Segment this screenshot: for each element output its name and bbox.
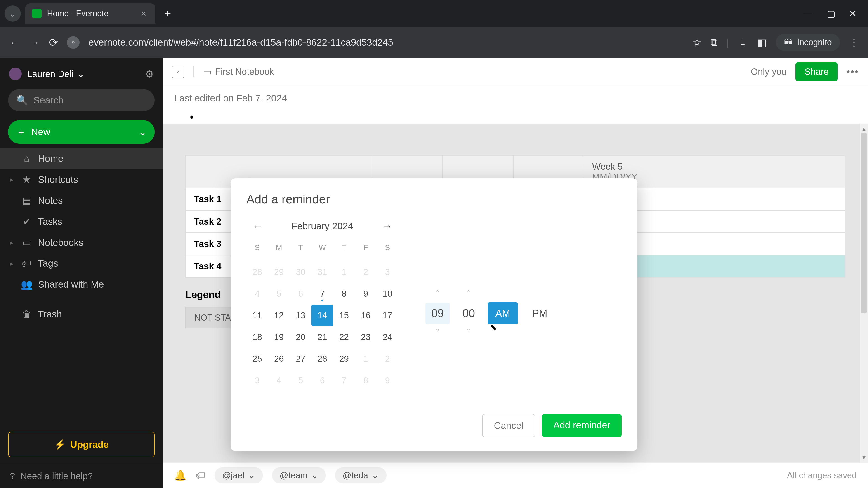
account-menu[interactable]: Lauren Deli⌄ ⚙ bbox=[0, 63, 163, 85]
calendar-day[interactable]: 7 bbox=[333, 369, 355, 391]
reminder-bell-icon[interactable]: 🔔 bbox=[174, 469, 186, 481]
calendar-day[interactable]: 15 bbox=[333, 304, 355, 326]
calendar-day[interactable]: 5 bbox=[268, 283, 290, 304]
settings-gear-icon[interactable]: ⚙ bbox=[145, 68, 154, 80]
calendar-day[interactable]: 31 bbox=[311, 261, 333, 283]
calendar-day[interactable]: 14 bbox=[311, 304, 333, 326]
add-tag-icon[interactable]: 🏷 bbox=[195, 470, 206, 481]
am-button[interactable]: AM bbox=[488, 302, 518, 324]
calendar-day[interactable]: 24 bbox=[377, 326, 398, 348]
scroll-down-icon[interactable]: ▾ bbox=[860, 454, 868, 461]
hour-down-icon[interactable]: ˅ bbox=[436, 328, 440, 337]
calendar-day[interactable]: 17 bbox=[377, 304, 398, 326]
add-reminder-button[interactable]: Add reminder bbox=[542, 414, 622, 437]
calendar-day[interactable]: 6 bbox=[290, 283, 311, 304]
extensions-icon[interactable]: ⧉ bbox=[710, 37, 717, 48]
visibility-label[interactable]: Only you bbox=[751, 67, 786, 77]
share-button[interactable]: Share bbox=[796, 62, 838, 81]
hour-up-icon[interactable]: ˄ bbox=[436, 289, 440, 298]
calendar-day[interactable]: 9 bbox=[377, 369, 398, 391]
browser-menu-icon[interactable]: ⋮ bbox=[849, 37, 859, 48]
calendar-day[interactable]: 18 bbox=[246, 326, 268, 348]
reload-button[interactable]: ⟳ bbox=[49, 36, 58, 49]
sidebar-item-shared[interactable]: 👥Shared with Me bbox=[0, 274, 163, 295]
close-tab-icon[interactable]: × bbox=[141, 8, 146, 19]
expand-icon[interactable]: ▸ bbox=[10, 238, 16, 247]
prev-month-button[interactable]: ← bbox=[251, 220, 265, 233]
calendar-day[interactable]: 10 bbox=[377, 283, 398, 304]
notebook-link[interactable]: ▭ First Notebook bbox=[203, 67, 274, 77]
calendar-day[interactable]: 11 bbox=[246, 304, 268, 326]
calendar-day[interactable]: 26 bbox=[268, 348, 290, 369]
browser-tab[interactable]: Home - Evernote × bbox=[25, 3, 155, 24]
sidebar-item-notes[interactable]: ▤Notes bbox=[0, 190, 163, 211]
upgrade-button[interactable]: ⚡ Upgrade bbox=[8, 432, 155, 457]
calendar-day[interactable]: 9 bbox=[355, 283, 377, 304]
calendar-day[interactable]: 8 bbox=[355, 369, 377, 391]
hour-value[interactable]: 09 bbox=[426, 303, 450, 324]
minute-value[interactable]: 00 bbox=[457, 303, 481, 324]
expand-icon[interactable]: ▸ bbox=[10, 175, 16, 184]
maximize-icon[interactable]: ▢ bbox=[827, 8, 835, 19]
calendar-day[interactable]: 2 bbox=[355, 261, 377, 283]
calendar-day[interactable]: 29 bbox=[333, 348, 355, 369]
sidebar-item-home[interactable]: ⌂Home bbox=[0, 148, 163, 169]
calendar-day[interactable]: 4 bbox=[246, 283, 268, 304]
calendar-day[interactable]: 23 bbox=[355, 326, 377, 348]
scrollbar-thumb[interactable] bbox=[861, 133, 867, 313]
expand-icon[interactable]: ▸ bbox=[10, 260, 16, 267]
pm-button[interactable]: PM bbox=[525, 302, 555, 324]
mention-chip[interactable]: @jael⌄ bbox=[215, 467, 263, 484]
help-button[interactable]: ? Need a little help? bbox=[0, 464, 163, 488]
calendar-day[interactable]: 2 bbox=[377, 348, 398, 369]
new-button[interactable]: ＋ New ⌄ bbox=[8, 120, 155, 144]
bookmark-star-icon[interactable]: ☆ bbox=[692, 37, 702, 48]
calendar-day[interactable]: 8 bbox=[333, 283, 355, 304]
calendar-day[interactable]: 16 bbox=[355, 304, 377, 326]
forward-button[interactable]: → bbox=[29, 36, 40, 48]
url-text[interactable]: evernote.com/client/web#/note/f11f216a-d… bbox=[89, 37, 684, 48]
sidepanel-icon[interactable]: ◧ bbox=[757, 37, 767, 48]
mention-chip[interactable]: @team⌄ bbox=[272, 467, 326, 484]
calendar-day[interactable]: 28 bbox=[311, 348, 333, 369]
next-month-button[interactable]: → bbox=[380, 220, 394, 233]
cancel-button[interactable]: Cancel bbox=[482, 414, 535, 437]
back-button[interactable]: ← bbox=[9, 36, 20, 48]
calendar-day[interactable]: 30 bbox=[290, 261, 311, 283]
calendar-day[interactable]: 4 bbox=[268, 369, 290, 391]
calendar-day[interactable]: 19 bbox=[268, 326, 290, 348]
minute-up-icon[interactable]: ˄ bbox=[467, 289, 471, 298]
search-input[interactable]: 🔍 Search bbox=[8, 89, 155, 111]
more-menu-icon[interactable]: ••• bbox=[847, 67, 859, 77]
calendar-day[interactable]: 22 bbox=[333, 326, 355, 348]
downloads-icon[interactable]: ⭳ bbox=[738, 37, 748, 48]
expand-note-button[interactable]: ⤢ bbox=[172, 66, 184, 78]
minute-down-icon[interactable]: ˅ bbox=[467, 328, 471, 337]
calendar-day[interactable]: 1 bbox=[333, 261, 355, 283]
tab-search-button[interactable]: ⌄ bbox=[4, 5, 21, 22]
calendar-day[interactable]: 29 bbox=[268, 261, 290, 283]
calendar-day[interactable]: 12 bbox=[268, 304, 290, 326]
close-window-icon[interactable]: ✕ bbox=[849, 8, 857, 19]
calendar-day[interactable]: 27 bbox=[290, 348, 311, 369]
scrollbar[interactable]: ▴ ▾ bbox=[860, 124, 868, 462]
sidebar-item-tasks[interactable]: ✔Tasks bbox=[0, 211, 163, 232]
calendar-day[interactable]: 1 bbox=[355, 348, 377, 369]
sidebar-item-shortcuts[interactable]: ▸★Shortcuts bbox=[0, 169, 163, 190]
calendar-day[interactable]: 13 bbox=[290, 304, 311, 326]
sidebar-item-tags[interactable]: ▸🏷Tags bbox=[0, 253, 163, 274]
calendar-day[interactable]: 28 bbox=[246, 261, 268, 283]
minimize-icon[interactable]: — bbox=[804, 8, 813, 19]
calendar-day[interactable]: 5 bbox=[290, 369, 311, 391]
calendar-day[interactable]: 3 bbox=[246, 369, 268, 391]
incognito-badge[interactable]: 🕶 Incognito bbox=[776, 34, 840, 51]
sidebar-item-notebooks[interactable]: ▸▭Notebooks bbox=[0, 232, 163, 253]
site-info-icon[interactable]: ⚙ bbox=[67, 36, 80, 49]
mention-chip[interactable]: @teda⌄ bbox=[335, 467, 387, 484]
sidebar-item-trash[interactable]: 🗑Trash bbox=[0, 304, 163, 325]
calendar-day[interactable]: 20 bbox=[290, 326, 311, 348]
scroll-up-icon[interactable]: ▴ bbox=[860, 125, 868, 132]
new-tab-button[interactable]: + bbox=[164, 7, 171, 20]
calendar-day[interactable]: 6 bbox=[311, 369, 333, 391]
calendar-day[interactable]: 25 bbox=[246, 348, 268, 369]
